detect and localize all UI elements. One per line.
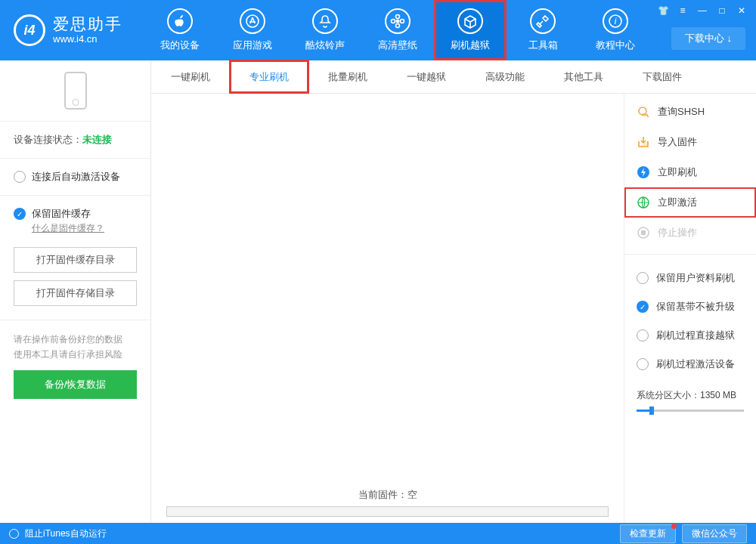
stop-icon [637, 226, 650, 240]
action-label: 导入固件 [658, 135, 697, 149]
partition-slider[interactable] [637, 410, 744, 412]
action-label: 立即刷机 [658, 165, 697, 179]
device-image [0, 60, 150, 121]
action-stop: 停止操作 [624, 218, 756, 248]
keep-cache-label: 保留固件缓存 [32, 207, 91, 221]
main-content: 当前固件：空 [151, 94, 624, 523]
option-3[interactable]: 刷机过程激活设备 [624, 350, 756, 379]
tools-icon [530, 8, 556, 34]
globe-icon [637, 196, 650, 209]
option-1[interactable]: 保留基带不被升级 [624, 292, 756, 321]
nav-tools[interactable]: 工具箱 [507, 0, 579, 60]
menu-icon[interactable]: ≡ [674, 5, 691, 17]
action-label: 停止操作 [658, 226, 697, 240]
nav-label: 高清壁纸 [378, 39, 417, 52]
open-store-dir-button[interactable]: 打开固件存储目录 [14, 280, 137, 306]
logo-icon: i4 [14, 14, 45, 46]
search-icon: SH [637, 105, 650, 119]
auto-activate-option[interactable]: 连接后自动激活设备 [0, 159, 150, 195]
radio-icon [9, 529, 19, 539]
subnav-item-4[interactable]: 高级功能 [466, 60, 544, 93]
radio-icon [637, 272, 649, 284]
radio-icon [637, 329, 649, 342]
subnav-item-5[interactable]: 其他工具 [544, 60, 623, 93]
svg-text:SH: SH [642, 113, 648, 117]
keep-cache-option[interactable]: 保留固件缓存 [0, 196, 150, 222]
cache-help-link[interactable]: 什么是固件缓存？ [32, 223, 104, 233]
wechat-button[interactable]: 微信公众号 [682, 524, 747, 543]
sub-navigation: 一键刷机专业刷机批量刷机一键越狱高级功能其他工具下载固件 [151, 60, 756, 94]
nav-info[interactable]: i教程中心 [579, 0, 652, 60]
window-controls: 👕 ≡ — □ ✕ [655, 5, 750, 17]
nav-apple[interactable]: 我的设备 [144, 0, 216, 60]
app-header: i4 爱思助手 www.i4.cn 我的设备应用游戏酷炫铃声高清壁纸刷机越狱工具… [0, 0, 756, 60]
minimize-button[interactable]: — [694, 5, 711, 17]
phone-icon [64, 72, 87, 110]
app-logo: i4 爱思助手 www.i4.cn [0, 14, 136, 46]
option-2[interactable]: 刷机过程直接越狱 [624, 321, 756, 350]
sidebar: 设备连接状态：未连接 连接后自动激活设备 保留固件缓存 什么是固件缓存？ 打开固… [0, 60, 151, 523]
check-update-button[interactable]: 检查更新 [620, 524, 676, 543]
svg-rect-13 [641, 230, 646, 235]
open-cache-dir-button[interactable]: 打开固件缓存目录 [14, 247, 137, 273]
nav-label: 教程中心 [596, 39, 635, 52]
nav-label: 酷炫铃声 [305, 39, 345, 52]
footer: 阻止iTunes自动运行 检查更新 微信公众号 [0, 523, 756, 544]
nav-box[interactable]: 刷机越狱 [434, 0, 507, 60]
option-label: 保留基带不被升级 [656, 300, 735, 314]
nav-appstore[interactable]: 应用游戏 [216, 0, 289, 60]
subnav-item-6[interactable]: 下载固件 [623, 60, 702, 93]
right-panel: SH查询SHSH导入固件立即刷机立即激活停止操作 保留用户资料刷机保留基带不被升… [624, 94, 756, 523]
svg-text:i: i [615, 16, 617, 26]
subnav-item-1[interactable]: 专业刷机 [230, 60, 308, 93]
notification-dot-icon [671, 524, 677, 529]
radio-icon [637, 358, 649, 370]
subnav-item-0[interactable]: 一键刷机 [151, 60, 230, 93]
apple-icon [167, 8, 193, 34]
download-center-button[interactable]: 下载中心 ↓ [671, 27, 745, 50]
maximize-button[interactable]: □ [714, 5, 730, 17]
option-label: 刷机过程直接越狱 [656, 329, 735, 342]
action-import[interactable]: 导入固件 [624, 127, 756, 157]
backup-restore-button[interactable]: 备份/恢复数据 [14, 370, 137, 399]
radio-icon [14, 171, 26, 183]
option-label: 保留用户资料刷机 [656, 271, 735, 285]
action-search[interactable]: SH查询SHSH [624, 97, 756, 127]
option-0[interactable]: 保留用户资料刷机 [624, 264, 756, 292]
svg-point-0 [246, 15, 259, 27]
action-flash[interactable]: 立即刷机 [624, 157, 756, 187]
status-value: 未连接 [82, 134, 112, 145]
radio-checked-icon [637, 301, 649, 313]
close-button[interactable]: ✕ [733, 5, 750, 17]
svg-point-4 [392, 20, 395, 23]
svg-point-5 [401, 20, 404, 23]
progress-bar [166, 506, 609, 517]
connection-status: 设备连接状态：未连接 [0, 122, 150, 158]
block-itunes-option[interactable]: 阻止iTunes自动运行 [9, 527, 107, 540]
auto-activate-label: 连接后自动激活设备 [32, 170, 120, 184]
svg-point-2 [396, 15, 400, 19]
checkbox-checked-icon [14, 208, 26, 220]
import-icon [637, 135, 650, 149]
svg-point-1 [396, 20, 400, 23]
option-label: 刷机过程激活设备 [656, 357, 735, 371]
skin-shirt-icon[interactable]: 👕 [655, 5, 671, 17]
partition-size: 系统分区大小：1350 MB [624, 379, 756, 405]
action-globe[interactable]: 立即激活 [624, 187, 756, 218]
svg-point-3 [396, 24, 400, 28]
nav-label: 工具箱 [528, 39, 558, 52]
box-icon [457, 8, 483, 34]
app-title: 爱思助手 [53, 15, 122, 33]
bell-icon [312, 8, 338, 34]
flash-icon [637, 165, 650, 179]
nav-flower[interactable]: 高清壁纸 [361, 0, 434, 60]
nav-label: 我的设备 [160, 39, 200, 52]
info-icon: i [603, 8, 628, 34]
action-label: 立即激活 [658, 196, 697, 209]
backup-note: 请在操作前备份好您的数据 使用本工具请自行承担风险 [0, 320, 150, 370]
subnav-item-3[interactable]: 一键越狱 [387, 60, 466, 93]
nav-bell[interactable]: 酷炫铃声 [289, 0, 361, 60]
appstore-icon [240, 8, 265, 34]
subnav-item-2[interactable]: 批量刷机 [308, 60, 387, 93]
nav-label: 应用游戏 [233, 39, 272, 52]
